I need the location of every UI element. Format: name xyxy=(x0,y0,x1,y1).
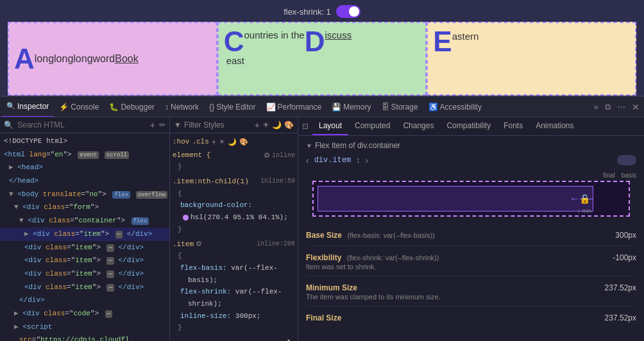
tree-row-body[interactable]: ▼ <body translate="no"> flex overflow xyxy=(0,188,169,201)
tab-accessibility[interactable]: ♿ Accessibility xyxy=(423,97,487,117)
memory-icon: 💾 xyxy=(332,103,341,112)
flexibility-desc: Item was set to shrink. xyxy=(306,263,636,270)
css-content: :hov .cls + ☀ 🌙 🎨 element { ⚙ xyxy=(170,133,298,341)
devtools-toolbar: 🔍 Inspector ⚡ Console 🐛 Debugger ↕ Netwo… xyxy=(0,97,644,117)
prop-base-size: Base Size (flex-basis: var(--flex-basis)… xyxy=(306,229,636,246)
tab-inspector[interactable]: 🔍 Inspector xyxy=(1,97,54,117)
flexibility-detail: (flex-shrink: var(--flex-shrink)) xyxy=(347,254,439,262)
minimum-size-label: Minimum Size xyxy=(306,283,357,292)
tree-row-container[interactable]: ▼ <div class="container"> flex xyxy=(0,214,169,228)
flex-shrink-toggle[interactable] xyxy=(336,5,360,18)
search-html-input[interactable] xyxy=(17,121,146,129)
tree-row-head-close[interactable]: </head> xyxy=(0,174,169,188)
element-nav-next[interactable]: › xyxy=(365,155,368,165)
overflow-menu-button[interactable]: ⋯ xyxy=(614,101,629,113)
final-label: final xyxy=(603,172,614,179)
flex-section-title: ▼ Flex Item of div.container xyxy=(306,141,636,150)
box-lock: 🔒 xyxy=(579,194,590,204)
element-toggle[interactable] xyxy=(617,155,636,165)
color-swatch[interactable] xyxy=(183,215,189,220)
section-chevron: ▼ xyxy=(306,142,312,149)
css-panel: ▼ Filter Styles + ☀ 🌙 🎨 :hov .cls + xyxy=(170,117,298,341)
flex-item-c: E astern xyxy=(427,22,636,96)
element-nav-prev[interactable]: ‹ xyxy=(306,155,309,165)
css-pseudo-bar: :hov .cls + ☀ 🌙 🎨 xyxy=(173,136,295,148)
inspector-icon: 🔍 xyxy=(6,102,15,110)
layout-properties: Base Size (flex-basis: var(--flex-basis)… xyxy=(306,229,636,323)
base-size-detail: (flex-basis: var(--flex-basis)) xyxy=(348,231,435,239)
style-editor-icon: {} xyxy=(209,103,214,112)
tree-row-form[interactable]: ▼ <div class="form"> xyxy=(0,201,169,214)
tree-row-html[interactable]: <html lang="en"> event scroll xyxy=(0,148,169,162)
layout-panel: ⊡ Layout Computed Changes Compatibility xyxy=(298,117,644,341)
add-node-button[interactable]: + xyxy=(150,120,155,130)
flex-preview-container: A longlonglongword Book C ountries in th… xyxy=(8,22,636,96)
dock-button[interactable]: ⧉ xyxy=(602,101,614,113)
search-icon: 🔍 xyxy=(4,121,13,129)
tree-row-item-4[interactable]: <div class="item"> ⋯ </div> xyxy=(0,267,169,281)
flex-toggle-bar: flex-shrink: 1 xyxy=(284,5,360,18)
css-add-button[interactable]: + xyxy=(212,137,217,147)
tree-row-item-3[interactable]: <div class="item"> ⋯ </div> xyxy=(0,254,169,267)
tab-computed[interactable]: Computed xyxy=(348,117,396,135)
accessibility-icon: ♿ xyxy=(428,103,438,112)
css-sun-button[interactable]: ☀ xyxy=(219,138,225,146)
tree-row-item-1[interactable]: ▶ <div class="item"> ⋯ </div> xyxy=(0,228,169,241)
dark-mode-button[interactable]: 🌙 xyxy=(272,121,282,129)
close-button[interactable]: ✕ xyxy=(629,101,643,113)
element-selector-row: ‹ div.item ↕ › xyxy=(306,155,636,165)
cursor-icon: ↖ xyxy=(287,334,292,341)
tab-memory[interactable]: 💾 Memory xyxy=(326,97,376,117)
css-rule-element: element { ⚙ inline } xyxy=(173,149,295,173)
element-selector-name: div.item xyxy=(314,156,352,165)
light-dark-toggle[interactable]: ☀ xyxy=(262,121,269,129)
tab-fonts[interactable]: Fonts xyxy=(497,117,529,135)
base-size-label: Base Size xyxy=(306,231,342,240)
minimum-size-desc: The item was clamped to its minimum size… xyxy=(306,293,636,301)
more-tabs-button[interactable]: » xyxy=(591,101,602,113)
tab-changes[interactable]: Changes xyxy=(396,117,440,135)
tab-layout[interactable]: Layout xyxy=(312,117,348,135)
tab-performance[interactable]: 📈 Performance xyxy=(261,97,327,117)
tab-style-editor[interactable]: {} Style Editor xyxy=(204,97,260,117)
add-rule-button[interactable]: + xyxy=(255,120,260,130)
tree-row-code[interactable]: ▶ <div class="code"> ⋯ xyxy=(0,307,169,320)
tree-row-item-2[interactable]: <div class="item"> ⋯ </div> xyxy=(0,241,169,254)
pick-element-button[interactable]: ✏ xyxy=(159,121,165,129)
paint-icon-button[interactable]: 🎨 xyxy=(284,121,294,129)
css-toolbar: ▼ Filter Styles + ☀ 🌙 🎨 xyxy=(170,117,298,133)
tree-row-head[interactable]: ▶ <head> xyxy=(0,161,169,174)
layout-tabs-bar: ⊡ Layout Computed Changes Compatibility xyxy=(298,117,644,136)
tree-row-script[interactable]: ▶ <script xyxy=(0,320,169,334)
element-type-arrow: ↕ xyxy=(356,156,360,165)
tab-compatibility[interactable]: Compatibility xyxy=(440,117,497,135)
css-moon-button[interactable]: 🌙 xyxy=(228,138,237,146)
css-rule-item: .item ⚙ inline:206 { flex-basis: var(--f… xyxy=(173,238,295,342)
html-tree: <!DOCTYPE html> <html lang="en"> event s… xyxy=(0,133,169,341)
base-size-value: 300px xyxy=(615,231,636,240)
tab-animations[interactable]: Animations xyxy=(529,117,580,135)
tab-storage[interactable]: 🗄 Storage xyxy=(377,97,423,117)
css-element-gear[interactable]: ⚙ xyxy=(264,151,270,160)
tree-row-script-src[interactable]: src="https://cdnjs.cloudflare.com/ajax/l… xyxy=(0,333,154,341)
css-item-gear[interactable]: ⚙ xyxy=(196,240,202,248)
tree-row-doctype[interactable]: <!DOCTYPE html> xyxy=(0,135,169,148)
css-paint-button[interactable]: 🎨 xyxy=(239,138,248,146)
flex-item-a: A longlonglongword Book xyxy=(8,22,217,96)
flexibility-label: Flexibility xyxy=(306,253,341,262)
box-min-label: ↕ min xyxy=(577,208,591,214)
prop-final-size: Final Size 237.52px xyxy=(306,312,636,323)
tab-network[interactable]: ↕ Network xyxy=(160,97,204,117)
layout-expand-icon: ⊡ xyxy=(298,122,312,131)
box-inner xyxy=(318,186,593,212)
tab-console[interactable]: ⚡ Console xyxy=(54,97,104,117)
tree-row-item-5[interactable]: <div class="item"> ⋯ </div> xyxy=(0,281,169,294)
prop-flexibility: Flexibility (flex-shrink: var(--flex-shr… xyxy=(306,251,636,276)
final-size-label: Final Size xyxy=(306,313,341,322)
html-search-bar: 🔍 + ✏ xyxy=(0,117,169,133)
flex-item-b: C ountries in the D iscuss east xyxy=(217,22,427,96)
tree-row-container-close[interactable]: </div> xyxy=(0,294,169,307)
prop-minimum-size: Minimum Size 237.52px The item was clamp… xyxy=(306,281,636,306)
network-icon: ↕ xyxy=(165,103,169,112)
tab-debugger[interactable]: 🐛 Debugger xyxy=(104,97,160,117)
